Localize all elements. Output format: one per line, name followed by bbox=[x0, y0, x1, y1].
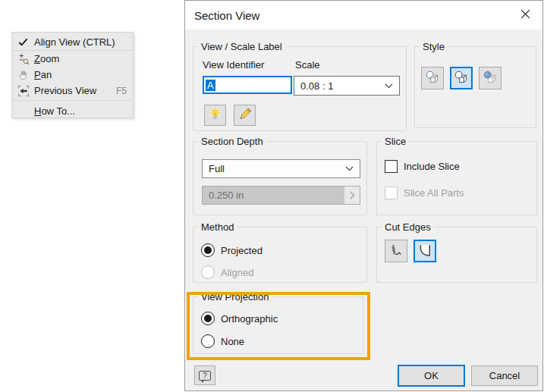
menu-item-label: How To... bbox=[32, 105, 127, 117]
group-title: View Projection bbox=[198, 291, 272, 303]
menu-item-label: Zoom bbox=[32, 53, 127, 64]
projected-label: Projected bbox=[221, 245, 263, 256]
projected-radio[interactable] bbox=[201, 243, 215, 257]
cut-edges-jagged-button[interactable] bbox=[385, 240, 407, 262]
style-hidden-line-button[interactable] bbox=[421, 67, 444, 89]
section-view-dialog: Section View View / Scale Label View Ide… bbox=[184, 0, 543, 391]
help-icon: ? bbox=[199, 371, 211, 381]
orthographic-radio[interactable] bbox=[201, 312, 215, 325]
dialog-titlebar[interactable]: Section View bbox=[185, 1, 542, 30]
cancel-button-label: Cancel bbox=[489, 370, 520, 381]
lightbulb-icon bbox=[208, 107, 222, 124]
slice-all-parts-checkbox bbox=[385, 187, 398, 199]
orthographic-label: Orthographic bbox=[221, 313, 278, 325]
group-cut-edges: Cut Edges bbox=[376, 227, 537, 283]
toggle-label-visibility-button[interactable] bbox=[204, 105, 226, 126]
cut-edges-smooth-icon bbox=[417, 243, 432, 260]
chevron-down-icon bbox=[345, 166, 354, 171]
group-view-projection: View Projection Orthographic None bbox=[193, 296, 363, 354]
menu-item-label: Previous View bbox=[32, 85, 116, 96]
menu-item-align-view[interactable]: Align View (CTRL) bbox=[12, 33, 133, 51]
chevron-right-icon[interactable] bbox=[344, 187, 360, 204]
slice-all-parts-label: Slice All Parts bbox=[404, 187, 464, 199]
cut-edges-smooth-button[interactable] bbox=[414, 240, 436, 262]
style-shaded-button[interactable] bbox=[479, 67, 502, 89]
edit-label-icon bbox=[237, 107, 252, 124]
menu-item-label: Pan bbox=[32, 69, 127, 80]
menu-item-how-to[interactable]: How To... bbox=[12, 102, 133, 120]
group-method: Method Projected Aligned bbox=[193, 227, 367, 283]
scale-label: Scale bbox=[295, 59, 320, 71]
style-shaded-icon bbox=[482, 69, 498, 88]
group-title: View / Scale Label bbox=[198, 41, 285, 52]
menu-item-label: Align View (CTRL) bbox=[32, 36, 127, 48]
aligned-label: Aligned bbox=[221, 267, 253, 278]
ok-button[interactable]: OK bbox=[398, 365, 465, 387]
dialog-title: Section View bbox=[194, 9, 259, 22]
group-slice: Slice Include Slice Slice All Parts bbox=[376, 141, 537, 215]
zoom-icon bbox=[14, 53, 32, 65]
include-slice-label: Include Slice bbox=[404, 161, 460, 172]
depth-distance-value: 0.250 in bbox=[203, 187, 344, 204]
group-title: Slice bbox=[382, 136, 409, 147]
view-identifier-input[interactable]: A bbox=[203, 76, 292, 94]
section-depth-value: Full bbox=[209, 163, 225, 174]
help-button[interactable]: ? bbox=[194, 365, 215, 385]
section-depth-combobox[interactable]: Full bbox=[202, 159, 360, 178]
context-menu: Align View (CTRL) Zoom Pan bbox=[11, 32, 134, 118]
style-hidden-line-removed-button[interactable] bbox=[450, 67, 473, 89]
ok-button-label: OK bbox=[424, 370, 439, 381]
pan-icon bbox=[14, 69, 32, 81]
checkmark-icon bbox=[14, 36, 32, 48]
chevron-down-icon bbox=[385, 83, 393, 89]
scale-combobox[interactable]: 0.08 : 1 bbox=[294, 76, 400, 96]
menu-item-pan[interactable]: Pan bbox=[12, 67, 133, 83]
scale-value: 0.08 : 1 bbox=[300, 80, 333, 92]
group-title: Style bbox=[420, 41, 448, 52]
close-icon bbox=[520, 9, 530, 21]
cut-edges-jagged-icon bbox=[388, 243, 404, 260]
group-title: Method bbox=[198, 221, 237, 233]
group-section-depth: Section Depth Full 0.250 in bbox=[193, 141, 367, 215]
menu-item-zoom[interactable]: Zoom bbox=[12, 51, 133, 67]
depth-distance-field: 0.250 in bbox=[202, 186, 360, 205]
group-view-scale-label: View / Scale Label View Identifier Scale… bbox=[193, 46, 407, 131]
aligned-radio bbox=[201, 265, 215, 279]
style-hidden-line-icon bbox=[424, 69, 441, 88]
menu-separator bbox=[12, 100, 133, 101]
group-title: Cut Edges bbox=[382, 221, 434, 233]
group-style: Style bbox=[414, 46, 536, 128]
selected-text: A bbox=[206, 80, 215, 91]
style-hidden-line-removed-icon bbox=[453, 69, 470, 88]
include-slice-checkbox[interactable] bbox=[385, 160, 398, 173]
close-button[interactable] bbox=[508, 1, 542, 30]
cancel-button[interactable]: Cancel bbox=[471, 365, 538, 386]
screenshot-canvas: Align View (CTRL) Zoom Pan bbox=[0, 0, 544, 392]
previous-view-icon bbox=[14, 85, 32, 97]
view-identifier-label: View Identifier bbox=[203, 59, 264, 71]
menu-shortcut: F5 bbox=[116, 86, 127, 96]
none-label: None bbox=[221, 336, 244, 347]
none-radio[interactable] bbox=[201, 334, 215, 348]
edit-view-label-button[interactable] bbox=[234, 105, 256, 126]
group-title: Section Depth bbox=[198, 136, 266, 147]
menu-item-previous-view[interactable]: Previous View F5 bbox=[12, 83, 133, 99]
